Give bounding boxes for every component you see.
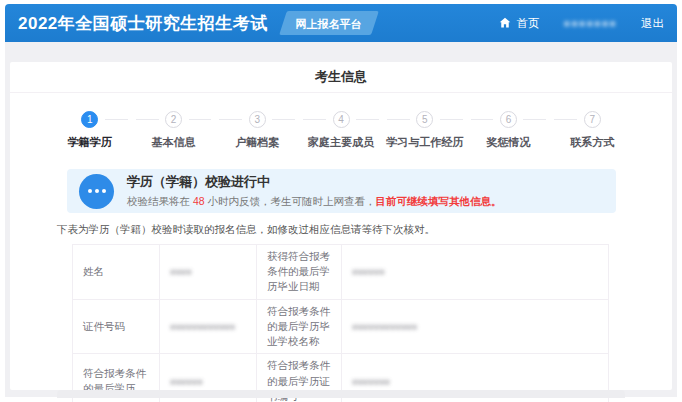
- step-label: 学籍学历: [48, 135, 132, 150]
- field-label-id-number: 证件号码: [73, 299, 160, 354]
- step-circle: 1: [81, 111, 98, 128]
- field-label-name: 姓名: [73, 245, 160, 300]
- step-jiben-xinxi[interactable]: 2 基本信息: [132, 111, 216, 150]
- table-note: 下表为学历（学籍）校验时读取的报名信息，如修改过相应信息请等待下次核对。: [57, 223, 672, 237]
- step-xuexi-gongzuo[interactable]: 5 学习与工作经历: [383, 111, 467, 150]
- notice-subtitle: 校验结果将在 48 小时内反馈，考生可随时上网查看，目前可继续填写其他信息。: [127, 195, 502, 209]
- verification-notice: 学历（学籍）校验进行中 校验结果将在 48 小时内反馈，考生可随时上网查看，目前…: [67, 169, 616, 213]
- step-jiangcheng-qingkuang[interactable]: 6 奖惩情况: [467, 111, 551, 150]
- app-title: 2022年全国硕士研究生招生考试: [18, 12, 268, 35]
- step-label: 学习与工作经历: [383, 135, 467, 150]
- table-row: 证件号码 ●●●●●●●●●●●● 符合报考条件的最后学历毕业学校名称 ●●●●…: [73, 299, 609, 354]
- home-icon: [499, 17, 511, 29]
- field-value-grad-date: ●●●●●●: [342, 245, 609, 300]
- table-row: 姓名 ●●●● 获得符合报考条件的最后学历毕业日期 ●●●●●●: [73, 245, 609, 300]
- notice-text: 学历（学籍）校验进行中 校验结果将在 48 小时内反馈，考生可随时上网查看，目前…: [127, 173, 502, 209]
- step-label: 家庭主要成员: [299, 135, 383, 150]
- step-xueji-xueli[interactable]: 1 学籍学历: [48, 111, 132, 150]
- field-value-school-name: ●●●●●●●●●●●●: [342, 299, 609, 354]
- candidate-info-table: 姓名 ●●●● 获得符合报考条件的最后学历毕业日期 ●●●●●● 证件号码 ●●…: [72, 244, 609, 402]
- step-label: 户籍档案: [215, 135, 299, 150]
- nav-home-link[interactable]: 首页: [516, 16, 539, 31]
- notice-title: 学历（学籍）校验进行中: [127, 173, 502, 191]
- step-circle: 2: [165, 111, 182, 128]
- username-text: ●●●●●●●: [563, 17, 617, 29]
- notice-hours: 48: [193, 195, 205, 207]
- field-value-id-number: ●●●●●●●●●●●●: [160, 299, 257, 354]
- step-label: 联系方式: [550, 135, 634, 150]
- next-section-bar: [57, 390, 625, 398]
- platform-badge: 网上报名平台: [279, 11, 379, 35]
- top-header-bar: 2022年全国硕士研究生招生考试 网上报名平台 首页 ●●●●●●● 退出: [5, 4, 677, 42]
- ellipsis-icon: [79, 174, 114, 209]
- step-huji-dangan[interactable]: 3 户籍档案: [215, 111, 299, 150]
- page-title: 考生信息: [315, 68, 367, 86]
- step-circle: 4: [333, 111, 350, 128]
- step-label: 奖惩情况: [467, 135, 551, 150]
- logout-link[interactable]: 退出: [641, 16, 664, 31]
- step-lianxi-fangshi[interactable]: 7 联系方式: [550, 111, 634, 150]
- step-circle: 6: [500, 111, 517, 128]
- field-value-name: ●●●●: [160, 245, 257, 300]
- notice-sub-part: 校验结果将在: [127, 195, 193, 207]
- step-wizard: 1 学籍学历 2 基本信息 3 户籍档案 4 家庭主要成员 5 学习与工作经历 …: [10, 111, 672, 150]
- field-label-school-name: 符合报考条件的最后学历毕业学校名称: [257, 299, 342, 354]
- step-circle: 7: [584, 111, 601, 128]
- field-label-grad-date: 获得符合报考条件的最后学历毕业日期: [257, 245, 342, 300]
- platform-badge-label: 网上报名平台: [295, 17, 361, 32]
- notice-sub-part: 小时内反馈，考生可随时上网查看，: [205, 195, 376, 207]
- notice-highlight: 目前可继续填写其他信息。: [376, 195, 502, 207]
- step-circle: 5: [416, 111, 433, 128]
- card-title-bar: 考生信息: [10, 62, 672, 93]
- step-jiating-chengyuan[interactable]: 4 家庭主要成员: [299, 111, 383, 150]
- header-nav: 首页 ●●●●●●● 退出: [499, 16, 664, 31]
- step-circle: 3: [249, 111, 266, 128]
- candidate-info-card: 考生信息 1 学籍学历 2 基本信息 3 户籍档案 4 家庭主要成员 5 学习与…: [10, 62, 672, 390]
- step-label: 基本信息: [132, 135, 216, 150]
- app-window: 2022年全国硕士研究生招生考试 网上报名平台 首页 ●●●●●●● 退出 考生…: [0, 0, 682, 402]
